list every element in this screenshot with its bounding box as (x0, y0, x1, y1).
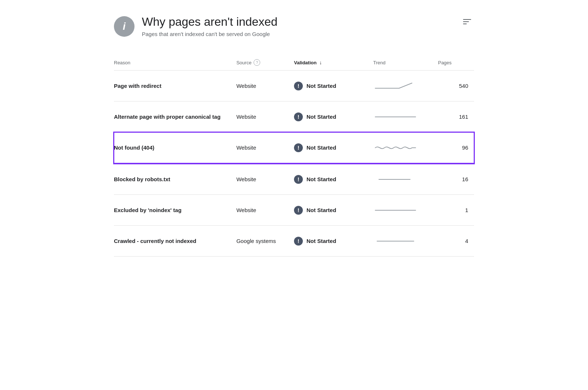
validation-cell: ! Not Started (294, 101, 373, 132)
table-row[interactable]: Alternate page with proper canonical tag… (114, 101, 474, 132)
page-subtitle: Pages that aren't indexed can't be serve… (142, 31, 277, 37)
column-header-reason: Reason (114, 55, 236, 71)
table-header-row: Reason Source ? Validation ↓ Trend Pages (114, 55, 474, 71)
not-started-icon: ! (294, 112, 303, 121)
not-started-icon: ! (294, 237, 303, 246)
pages-cell: 16 (438, 164, 474, 195)
reason-cell: Page with redirect (114, 71, 236, 101)
validation-cell: ! Not Started (294, 226, 373, 257)
validation-cell: ! Not Started (294, 195, 373, 226)
trend-cell (373, 226, 438, 257)
trend-cell (373, 195, 438, 226)
header-text: Why pages aren't indexed Pages that aren… (142, 15, 277, 37)
not-started-icon: ! (294, 206, 303, 215)
table-row[interactable]: Crawled - currently not indexedGoogle sy… (114, 226, 474, 257)
source-cell: Website (236, 71, 294, 101)
validation-wrapper: ! Not Started (294, 112, 368, 121)
column-header-pages: Pages (438, 55, 474, 71)
column-header-source: Source ? (236, 55, 294, 71)
validation-status: Not Started (306, 144, 336, 151)
source-help-icon[interactable]: ? (254, 59, 260, 66)
validation-wrapper: ! Not Started (294, 175, 368, 184)
validation-wrapper: ! Not Started (294, 143, 368, 152)
source-cell: Website (236, 101, 294, 132)
reason-cell: Alternate page with proper canonical tag (114, 101, 236, 132)
trend-cell (373, 101, 438, 132)
trend-cell (373, 71, 438, 101)
validation-cell: ! Not Started (294, 164, 373, 195)
validation-cell: ! Not Started (294, 71, 373, 101)
validation-status: Not Started (306, 176, 336, 182)
validation-status: Not Started (306, 114, 336, 120)
table-row[interactable]: Excluded by 'noindex' tagWebsite ! Not S… (114, 195, 474, 226)
table-row[interactable]: Blocked by robots.txtWebsite ! Not Start… (114, 164, 474, 195)
info-icon: i (114, 16, 135, 37)
trend-cell (373, 132, 438, 164)
indexing-table: Reason Source ? Validation ↓ Trend Pages (114, 55, 474, 257)
pages-cell: 161 (438, 101, 474, 132)
reason-cell: Excluded by 'noindex' tag (114, 195, 236, 226)
trend-cell (373, 164, 438, 195)
validation-status: Not Started (306, 238, 336, 244)
source-cell: Website (236, 164, 294, 195)
not-started-icon: ! (294, 175, 303, 184)
table-row[interactable]: Not found (404)Website ! Not Started 96 (114, 132, 474, 164)
column-header-validation[interactable]: Validation ↓ (294, 55, 373, 71)
source-cell: Website (236, 195, 294, 226)
page-header: i Why pages aren't indexed Pages that ar… (114, 15, 474, 37)
pages-cell: 4 (438, 226, 474, 257)
validation-status: Not Started (306, 207, 336, 213)
validation-wrapper: ! Not Started (294, 206, 368, 215)
sort-arrow-icon: ↓ (319, 60, 322, 65)
pages-cell: 1 (438, 195, 474, 226)
pages-cell: 540 (438, 71, 474, 101)
header-left: i Why pages aren't indexed Pages that ar… (114, 15, 277, 37)
validation-wrapper: ! Not Started (294, 237, 368, 246)
pages-cell: 96 (438, 132, 474, 164)
column-header-trend: Trend (373, 55, 438, 71)
validation-status: Not Started (306, 83, 336, 89)
source-cell: Website (236, 132, 294, 164)
reason-cell: Blocked by robots.txt (114, 164, 236, 195)
reason-cell: Not found (404) (114, 132, 236, 164)
filter-button[interactable] (460, 16, 474, 27)
table-row[interactable]: Page with redirectWebsite ! Not Started … (114, 71, 474, 101)
validation-wrapper: ! Not Started (294, 82, 368, 90)
not-started-icon: ! (294, 82, 303, 90)
source-cell: Google systems (236, 226, 294, 257)
not-started-icon: ! (294, 143, 303, 152)
page-title: Why pages aren't indexed (142, 15, 277, 29)
reason-cell: Crawled - currently not indexed (114, 226, 236, 257)
validation-cell: ! Not Started (294, 132, 373, 164)
